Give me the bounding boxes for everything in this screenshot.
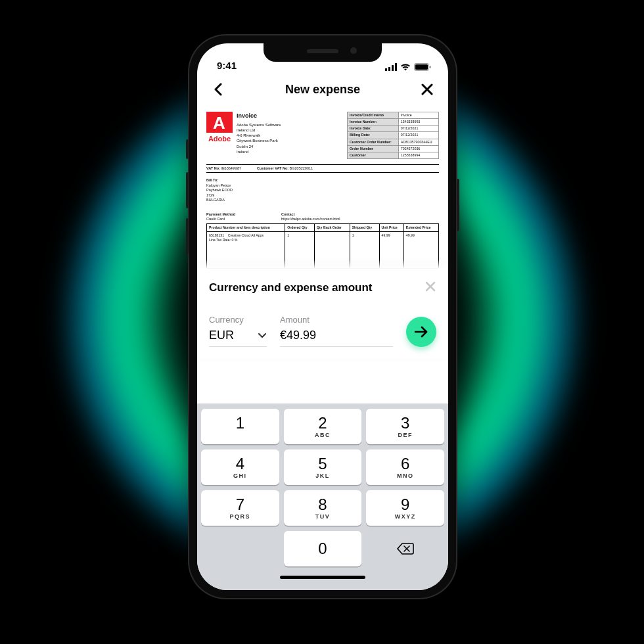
close-button[interactable]	[418, 80, 436, 99]
payment-row: Payment MethodCredit Card Contacthttps:/…	[206, 212, 439, 222]
svg-rect-6	[430, 66, 431, 68]
svg-rect-2	[392, 65, 394, 71]
invoice-title: Invoice	[237, 112, 281, 120]
page-title: New expense	[285, 83, 360, 97]
amount-label: Amount	[280, 315, 393, 325]
back-button[interactable]	[209, 80, 227, 99]
invoice-meta-table: Invoice/Credit memoInvoice Invoice Numbe…	[347, 112, 439, 159]
currency-select[interactable]: EUR	[209, 329, 267, 347]
next-button[interactable]	[406, 317, 436, 347]
battery-icon	[414, 63, 431, 71]
svg-rect-5	[415, 64, 428, 70]
bill-to: Bill To: Kaloyan Petrov Payhawk EOOD 172…	[206, 178, 439, 202]
adobe-logo: A Adobe	[206, 112, 233, 159]
key-0[interactable]: 0	[284, 531, 362, 566]
key-9[interactable]: 9WXYZ	[366, 490, 444, 526]
chevron-down-icon	[258, 330, 267, 342]
key-5[interactable]: 5JKL	[284, 449, 362, 485]
notch	[264, 43, 382, 62]
key-8[interactable]: 8TUV	[284, 490, 362, 526]
invoice-preview[interactable]: A Adobe Invoice Adobe Systems Software I…	[201, 106, 444, 269]
screen: 9:41 New expense	[197, 43, 448, 590]
adobe-word: Adobe	[206, 134, 233, 144]
amount-input[interactable]: €49.99	[280, 329, 393, 347]
numeric-keypad: 1 2ABC 3DEF 4GHI 5JKL 6MNO 7PQRS 8TUV 9W…	[197, 403, 448, 590]
svg-rect-0	[385, 68, 387, 71]
key-1[interactable]: 1	[201, 409, 279, 444]
svg-rect-1	[388, 67, 390, 71]
currency-label: Currency	[209, 315, 267, 325]
sheet-title: Currency and expense amount	[209, 281, 372, 294]
nav-bar: New expense	[197, 74, 448, 105]
home-indicator[interactable]	[201, 572, 444, 589]
sheet-close-button[interactable]	[425, 279, 436, 296]
key-backspace[interactable]	[366, 531, 444, 566]
key-2[interactable]: 2ABC	[284, 409, 362, 444]
cellular-signal-icon	[385, 63, 397, 71]
key-7[interactable]: 7PQRS	[201, 490, 279, 526]
key-6[interactable]: 6MNO	[366, 449, 444, 485]
wifi-icon	[400, 63, 411, 71]
invoice-header: Invoice Adobe Systems Software Ireland L…	[237, 112, 281, 159]
amount-value: €49.99	[280, 329, 316, 342]
vat-row: VAT No: IE6364992H Customer VAT No: BG20…	[206, 164, 439, 173]
backspace-icon	[396, 542, 415, 555]
key-4[interactable]: 4GHI	[201, 449, 279, 485]
phone-frame: 9:41 New expense	[188, 34, 457, 599]
status-time: 9:41	[217, 60, 237, 71]
svg-rect-3	[395, 63, 397, 71]
amount-sheet: Currency and expense amount Currency EUR	[197, 269, 448, 359]
key-3[interactable]: 3DEF	[366, 409, 444, 444]
currency-value: EUR	[209, 329, 234, 342]
key-blank	[201, 531, 279, 566]
